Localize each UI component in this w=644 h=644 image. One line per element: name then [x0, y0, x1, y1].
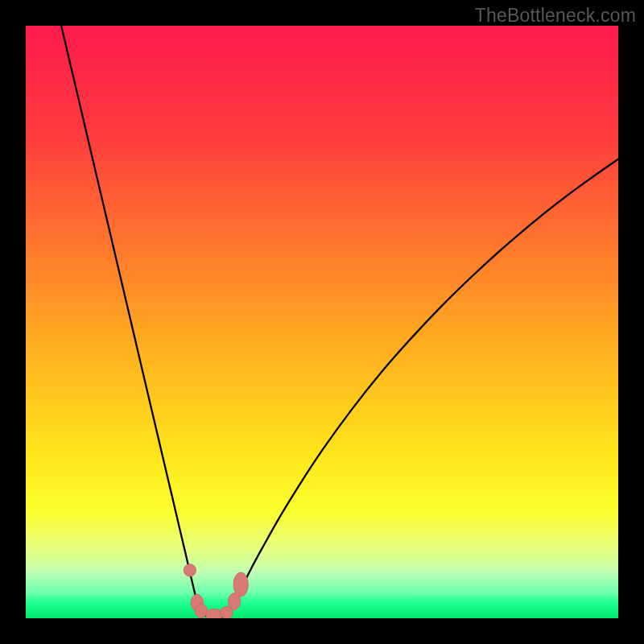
chart-svg [26, 26, 618, 618]
curve-marker [206, 609, 223, 618]
chart-frame: TheBottleneck.com [0, 0, 644, 644]
plot-area [26, 26, 618, 618]
gradient-background [26, 26, 618, 618]
curve-marker [184, 564, 196, 576]
curve-marker [195, 604, 207, 618]
watermark-text: TheBottleneck.com [475, 5, 636, 27]
curve-marker [233, 572, 248, 597]
